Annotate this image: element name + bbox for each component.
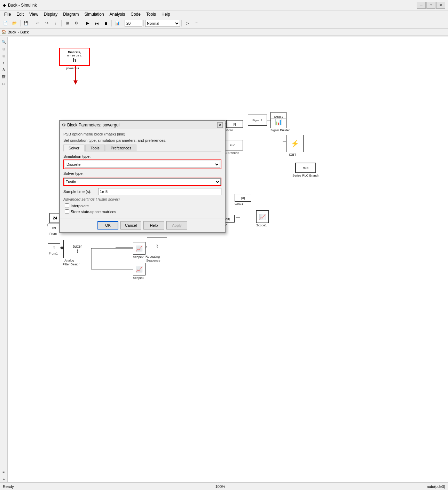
new-btn[interactable]: 📄 [1,20,10,27]
from1-block[interactable]: [I] [48,243,60,251]
mode-select[interactable]: Normal [145,20,180,27]
solver-type-select[interactable]: Tustin Backward Euler Forward Euler [64,178,221,185]
menu-code[interactable]: Code [128,11,143,17]
butter-block[interactable]: butter ⌇ [63,240,91,258]
sidebar-layers-icon[interactable]: ⊟ [1,46,7,52]
interpolate-checkbox[interactable] [65,203,69,208]
scope2-block[interactable]: 📈 [133,242,146,255]
stop-btn[interactable]: ⏹ [102,20,110,27]
solver-type-section: Solver type: [63,171,221,176]
run2-btn[interactable]: ▷ [183,20,191,27]
sep8 [181,20,182,26]
up-btn[interactable]: ↑ [52,20,60,27]
scope1-block[interactable]: 📈 [256,210,269,223]
store-checkbox[interactable] [65,209,69,214]
help-button[interactable]: Help [143,221,164,230]
ok-button[interactable]: OK [97,221,118,230]
signal-builder-block[interactable]: Group 1 📊 [270,112,286,128]
sep7 [143,20,144,26]
breadcrumb-current[interactable]: Buck [20,30,29,34]
signal-builder-label: Signal Builder [270,129,290,132]
maximize-button[interactable]: □ [426,2,435,9]
lib-btn[interactable]: ⊞ [63,20,71,27]
sim-mode: auto(ode3) [427,484,445,489]
sample-time-input[interactable] [98,188,221,195]
step-btn[interactable]: ⏭ [93,20,101,27]
signal1-label: Signal 1 [252,119,262,122]
tab-solver[interactable]: Solver [63,145,85,151]
menu-diagram[interactable]: Diagram [60,11,81,17]
block-params-dialog[interactable]: ⚙ Block Parameters: powergui ✕ PSB optio… [59,120,226,233]
goto1-block[interactable]: [U] [235,194,251,202]
igbt-label: IGBT [289,153,296,156]
sep2 [32,20,32,26]
signal1-block[interactable]: Signal 1 [248,115,267,126]
model-btn[interactable]: ⚙ [72,20,80,27]
repeating-seq-block[interactable]: ⌇ [147,238,167,254]
menu-simulation[interactable]: Simulation [82,11,107,17]
scope3-label: Scope3 [133,276,144,280]
menu-view[interactable]: View [26,11,41,17]
interpolate-label: Interpolate [71,204,89,208]
menu-display[interactable]: Display [41,11,60,17]
dialog-close-button[interactable]: ✕ [217,122,223,128]
save-btn[interactable]: 💾 [22,20,30,27]
series-rlc-label: Series RLC Branch [292,174,319,177]
scope2-label: Scope2 [133,255,144,259]
advanced-label: Advanced settings (Tustin solver) [63,197,221,201]
repeating-seq-label2: Sequence [146,259,160,262]
goto-block[interactable]: [I] [226,120,243,128]
menu-file[interactable]: File [1,11,14,17]
menu-bar: File Edit View Display Diagram Simulatio… [0,10,448,18]
from1-dot [61,247,63,249]
series-rlc-block[interactable]: RLC [295,163,316,173]
breadcrumb-root[interactable]: Buck [8,30,16,34]
apply-button[interactable]: Apply [166,221,187,230]
scope-btn[interactable]: 📊 [113,20,121,27]
undo-btn[interactable]: ↩ [33,20,42,27]
redo-btn[interactable]: ↪ [42,20,51,27]
powergui-line2: h = 1e-05 s. [67,54,82,57]
goto1-label: Goto1 [235,202,243,205]
dialog-title-text: Block Parameters: powergui [67,123,119,127]
dialog-body: PSB option menu block (mask) (link) Set … [60,129,225,218]
status-text: Ready [3,484,14,489]
butter-display: butter [73,244,82,248]
solver-type-label: Solver type: [63,171,98,176]
butter-label2: Filter Design [63,263,80,266]
minimize-button[interactable]: ─ [417,2,426,9]
canvas-area: Discrete, h = 1e-05 s. h powergui Signal… [8,37,448,482]
igbt-block[interactable]: ⚡ [286,135,304,152]
powergui-block[interactable]: Discrete, h = 1e-05 s. h [59,48,90,66]
sidebar-text-icon[interactable]: A [1,67,7,73]
simulation-type-select[interactable]: Discrete Continuous [65,161,220,168]
open-btn[interactable]: 📂 [10,20,19,27]
dialog-footer: OK Cancel Help Apply [60,218,225,232]
sidebar-blocks-icon[interactable]: ⊞ [1,53,7,59]
from-u-block[interactable]: [U] [48,224,60,231]
menu-help[interactable]: Help [159,11,173,17]
left-sidebar: 🔍 ⊟ ⊞ ↕ A 🖼 □ ≡ » [0,37,8,482]
tab-preferences[interactable]: Preferences [105,145,136,151]
sidebar-zoom-icon[interactable]: » [1,476,7,482]
sidebar-arrow-icon[interactable]: ↕ [1,60,7,66]
sample-time-label: Sample time (s): [63,189,98,194]
constant-value: 24 [53,216,57,220]
scope3-block[interactable]: 📈 [133,263,146,275]
tools2-btn[interactable]: ⋯ [192,20,201,27]
close-button[interactable]: ✕ [436,2,445,9]
menu-edit[interactable]: Edit [14,11,26,17]
sep3 [61,20,62,26]
zoom-input[interactable] [125,20,142,27]
sidebar-rect-icon[interactable]: □ [1,80,7,87]
menu-analysis[interactable]: Analysis [107,11,128,17]
window-controls[interactable]: ─ □ ✕ [417,2,445,9]
sidebar-search-icon[interactable]: 🔍 [1,39,7,45]
start-btn[interactable]: ▶ [84,20,92,27]
sidebar-img-icon[interactable]: 🖼 [1,73,7,80]
menu-tools[interactable]: Tools [143,11,159,17]
sidebar-expand-icon[interactable]: ≡ [1,469,7,475]
tab-tools[interactable]: Tools [85,145,105,151]
cancel-button[interactable]: Cancel [120,221,141,230]
from-u-label: From [49,232,57,235]
